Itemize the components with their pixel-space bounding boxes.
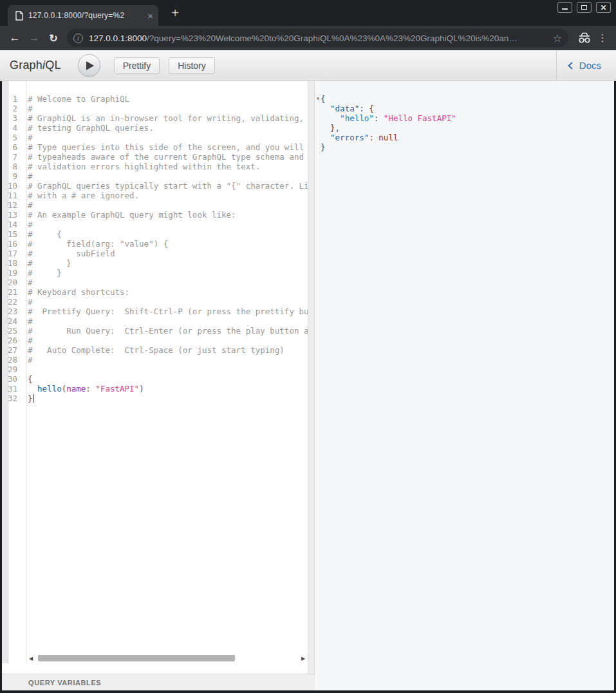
bookmark-star-icon[interactable]: ☆ — [553, 32, 562, 44]
maximize-icon — [581, 5, 587, 10]
browser-menu-icon[interactable]: ⋮ — [595, 32, 610, 44]
browser-window: 127.0.0.1:8000/?query=%2 × + ✕ ← → ↻ i 1… — [0, 0, 616, 693]
chevron-left-icon — [568, 62, 575, 69]
editor-line[interactable]: 20# — [2, 278, 308, 287]
line-number: 12 — [2, 200, 22, 210]
editor-line[interactable]: 22# — [2, 297, 308, 307]
browser-tab[interactable]: 127.0.0.1:8000/?query=%2 × — [8, 5, 158, 26]
editor-line[interactable]: 3# GraphiQL is an in-browser tool for wr… — [2, 113, 308, 123]
editor-line[interactable]: 31 hello(name: "FastAPI") — [2, 384, 308, 394]
graphiql-topbar: GraphiQL Prettify History Docs — [0, 50, 616, 81]
line-number: 20 — [2, 278, 22, 287]
editor-line[interactable]: 2# — [2, 104, 308, 113]
back-icon[interactable]: ← — [5, 32, 24, 44]
history-button[interactable]: History — [169, 57, 215, 74]
scroll-right-icon[interactable]: ▶ — [299, 656, 308, 661]
query-editor-area: 1# Welcome to GraphiQL2#3# GraphiQL is a… — [2, 81, 315, 674]
line-number: 16 — [2, 239, 22, 249]
result-line: "errors": null — [315, 133, 614, 142]
scrollbar-thumb[interactable] — [38, 655, 235, 661]
editor-line[interactable]: 28# — [2, 355, 308, 365]
close-button[interactable]: ✕ — [596, 2, 611, 13]
result-line: } — [315, 142, 614, 152]
line-number: 10 — [2, 181, 22, 191]
editor-line[interactable]: 29 — [2, 365, 308, 374]
line-number: 2 — [2, 104, 22, 113]
line-number: 25 — [2, 326, 22, 336]
editor-line[interactable]: 5# — [2, 133, 308, 142]
result-line: "hello": "Hello FastAPI" — [315, 113, 614, 123]
editor-line[interactable]: 21# Keyboard shortcuts: — [2, 287, 308, 297]
tab-close-icon[interactable]: × — [147, 11, 153, 21]
line-number: 1 — [2, 94, 22, 104]
maximize-button[interactable] — [577, 2, 592, 13]
editor-line[interactable]: 6# Type queries into this side of the sc… — [2, 142, 308, 152]
play-icon — [86, 61, 94, 70]
line-number: 26 — [2, 336, 22, 345]
editor-line[interactable]: 4# testing GraphQL queries. — [2, 123, 308, 133]
editor-line[interactable]: 7# typeaheads aware of the current Graph… — [2, 152, 308, 162]
editor-line[interactable]: 8# validation errors highlighted within … — [2, 162, 308, 171]
graphiql-workspace: 1# Welcome to GraphiQL2#3# GraphiQL is a… — [2, 81, 614, 690]
editor-line[interactable]: 32} — [2, 394, 308, 403]
editor-line[interactable]: 16# field(arg: "value") { — [2, 239, 308, 249]
editor-line[interactable]: 24# — [2, 316, 308, 326]
editor-line[interactable]: 1# Welcome to GraphiQL — [2, 94, 308, 104]
line-number: 27 — [2, 345, 22, 355]
forward-icon[interactable]: → — [24, 32, 44, 44]
text-cursor — [33, 394, 33, 403]
query-variables-bar[interactable]: QUERY VARIABLES — [2, 674, 315, 690]
editor-line[interactable]: 19# } — [2, 268, 308, 278]
editor-line[interactable]: 30{ — [2, 374, 308, 384]
editor-line[interactable]: 18# } — [2, 258, 308, 268]
line-number: 24 — [2, 316, 22, 326]
line-number: 17 — [2, 249, 22, 258]
line-number: 19 — [2, 268, 22, 278]
site-info-icon[interactable]: i — [73, 33, 83, 43]
line-number: 11 — [2, 191, 22, 200]
pane-divider[interactable] — [308, 81, 315, 674]
url-text: 127.0.0.1:8000/?query=%23%20Welcome%20to… — [89, 33, 548, 43]
editor-line[interactable]: 25# Run Query: Ctrl-Enter (or press the … — [2, 326, 308, 336]
new-tab-button[interactable]: + — [167, 6, 183, 21]
query-editor-lines[interactable]: 1# Welcome to GraphiQL2#3# GraphiQL is a… — [2, 81, 308, 663]
query-editor[interactable]: 1# Welcome to GraphiQL2#3# GraphiQL is a… — [2, 81, 308, 674]
line-number: 28 — [2, 355, 22, 365]
line-number: 18 — [2, 258, 22, 268]
reload-icon[interactable]: ↻ — [44, 32, 63, 44]
editor-bottom-pad — [2, 663, 308, 674]
editor-line[interactable]: 27# Auto Complete: Ctrl-Space (or just s… — [2, 345, 308, 355]
line-number: 30 — [2, 374, 22, 384]
editor-line[interactable]: 11# with a # are ignored. — [2, 191, 308, 200]
docs-label: Docs — [579, 60, 601, 71]
editor-line[interactable]: 26# — [2, 336, 308, 345]
editor-line[interactable]: 10# GraphQL queries typically start with… — [2, 181, 308, 191]
line-number: 14 — [2, 220, 22, 229]
result-line: { — [315, 94, 614, 104]
docs-button[interactable]: Docs — [556, 50, 616, 81]
incognito-icon — [576, 32, 593, 44]
fold-arrow-icon[interactable]: ▾ — [315, 95, 321, 102]
line-number: 9 — [2, 171, 22, 181]
editor-line[interactable]: 12# — [2, 200, 308, 210]
minimize-icon — [562, 8, 568, 10]
prettify-button[interactable]: Prettify — [114, 57, 160, 74]
editor-line[interactable]: 14# — [2, 220, 308, 229]
editor-line[interactable]: 17# subField — [2, 249, 308, 258]
line-number: 5 — [2, 133, 22, 142]
editor-line[interactable]: 15# { — [2, 229, 308, 239]
address-bar[interactable]: i 127.0.0.1:8000/?query=%23%20Welcome%20… — [67, 29, 568, 47]
scroll-left-icon[interactable]: ◀ — [26, 656, 35, 661]
line-number: 7 — [2, 152, 22, 162]
line-number: 32 — [2, 394, 22, 403]
horizontal-scrollbar[interactable]: ◀ ▶ — [26, 653, 308, 663]
editor-line[interactable]: 23# Prettify Query: Shift-Ctrl-P (or pre… — [2, 307, 308, 316]
execute-query-button[interactable] — [78, 54, 100, 77]
editor-line[interactable]: 13# An example GraphQL query might look … — [2, 210, 308, 220]
minimize-button[interactable] — [557, 2, 572, 13]
line-number: 6 — [2, 142, 22, 152]
scrollbar-track[interactable] — [35, 655, 299, 661]
line-number: 15 — [2, 229, 22, 239]
editor-line[interactable]: 9# — [2, 171, 308, 181]
window-controls: ✕ — [557, 2, 611, 13]
